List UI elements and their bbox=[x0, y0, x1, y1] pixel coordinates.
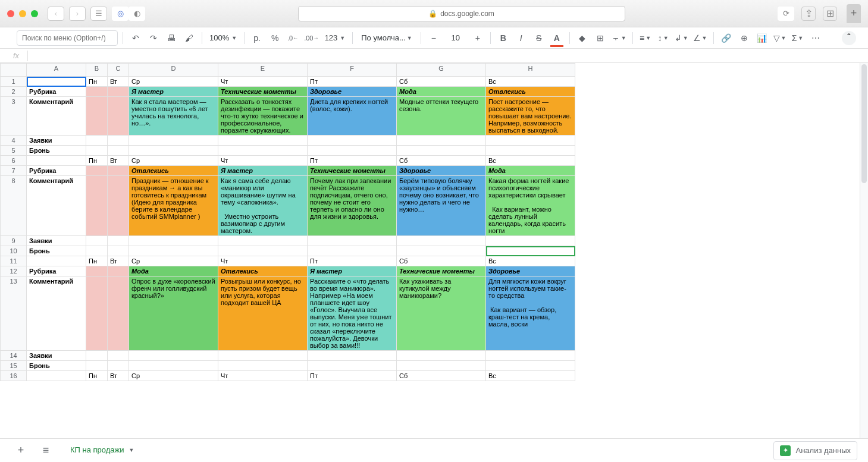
cell[interactable] bbox=[397, 136, 486, 146]
cell[interactable] bbox=[129, 146, 218, 156]
cell[interactable]: Рубрика bbox=[27, 266, 86, 276]
cell[interactable]: Пн bbox=[86, 371, 108, 381]
column-header-F[interactable]: F bbox=[308, 64, 397, 77]
cell[interactable]: Какая форма ногтей какие психологические… bbox=[486, 176, 575, 236]
tabs-button[interactable]: ⊞ bbox=[823, 7, 837, 21]
row-header-12[interactable]: 12 bbox=[1, 266, 27, 276]
zoom-select[interactable]: 100%▼ bbox=[207, 33, 239, 42]
cell[interactable]: Технические моменты bbox=[308, 166, 397, 176]
strikethrough-button[interactable]: S bbox=[531, 30, 547, 46]
text-color-button[interactable]: A bbox=[549, 30, 565, 46]
cell[interactable]: Вт bbox=[108, 77, 129, 87]
increase-decimals-button[interactable]: .00→ bbox=[303, 30, 319, 46]
cell[interactable]: Мода bbox=[397, 87, 486, 97]
font-size-minus[interactable]: − bbox=[426, 30, 441, 46]
cell[interactable]: Мода bbox=[486, 166, 575, 176]
cell[interactable]: Как я сама себе делаю «маникюр или окраш… bbox=[218, 176, 308, 236]
sheet-tab[interactable]: КП на продажи ▼ bbox=[62, 440, 142, 461]
cell[interactable]: Бронь bbox=[27, 361, 86, 371]
cell[interactable]: Праздник — отношение к праздникам → а ка… bbox=[129, 176, 218, 236]
link-button[interactable]: 🔗 bbox=[719, 30, 734, 46]
menu-search-input[interactable] bbox=[17, 30, 118, 46]
cell[interactable] bbox=[218, 236, 308, 246]
cell[interactable] bbox=[486, 361, 575, 371]
merge-cells-button[interactable]: ⫟▼ bbox=[610, 30, 628, 46]
column-header-C[interactable]: C bbox=[108, 64, 129, 77]
cell[interactable]: Здоровье bbox=[486, 266, 575, 276]
cell[interactable]: Вс bbox=[486, 77, 575, 87]
cell[interactable]: Здоровье bbox=[397, 166, 486, 176]
cell[interactable]: Вс bbox=[486, 156, 575, 166]
cell[interactable] bbox=[86, 361, 108, 371]
row-header-6[interactable]: 6 bbox=[1, 156, 27, 166]
cell[interactable]: Ср bbox=[129, 77, 218, 87]
cell[interactable]: Технические моменты bbox=[218, 87, 308, 97]
cell[interactable] bbox=[86, 136, 108, 146]
column-header-B[interactable]: B bbox=[86, 64, 108, 77]
cell[interactable] bbox=[218, 246, 308, 256]
cell[interactable] bbox=[308, 136, 397, 146]
cell[interactable]: Я мастер bbox=[129, 87, 218, 97]
vertical-scrollbar[interactable] bbox=[860, 63, 868, 438]
close-window[interactable] bbox=[7, 10, 14, 17]
cell[interactable] bbox=[486, 146, 575, 156]
cell[interactable]: Я мастер bbox=[218, 166, 308, 176]
cell[interactable]: Чт bbox=[218, 156, 308, 166]
filter-button[interactable]: ▽▼ bbox=[772, 30, 788, 46]
cell[interactable]: Розыгрыш или конкурс, но пусть призом бу… bbox=[218, 276, 308, 351]
cell[interactable]: Пт bbox=[308, 371, 397, 381]
cell[interactable]: Мода bbox=[129, 266, 218, 276]
row-header-11[interactable]: 11 bbox=[1, 256, 27, 266]
italic-button[interactable]: I bbox=[513, 30, 529, 46]
cell[interactable] bbox=[86, 246, 108, 256]
spreadsheet-grid[interactable]: ABCDEFGH1ПнВтСрЧтПтСбВс2РубрикаЯ мастерТ… bbox=[0, 63, 868, 438]
cell[interactable] bbox=[108, 136, 129, 146]
cell[interactable]: Бронь bbox=[27, 246, 86, 256]
cell[interactable]: Ср bbox=[129, 371, 218, 381]
sidebar-button[interactable]: ☰ bbox=[90, 7, 107, 21]
cell[interactable]: Пост настроение — расскажите то, что пов… bbox=[486, 97, 575, 136]
new-tab-button[interactable]: + bbox=[847, 4, 861, 23]
v-align-button[interactable]: ↕▼ bbox=[656, 30, 671, 46]
cell[interactable]: Пт bbox=[308, 156, 397, 166]
cell[interactable]: Модные оттенки текущего сезона. bbox=[397, 97, 486, 136]
cell[interactable]: Рубрика bbox=[27, 166, 86, 176]
cell[interactable]: Заявки bbox=[27, 236, 86, 246]
font-size-plus[interactable]: + bbox=[470, 30, 485, 46]
cell[interactable] bbox=[86, 276, 108, 351]
cell[interactable] bbox=[108, 276, 129, 351]
cell[interactable] bbox=[27, 371, 86, 381]
cell[interactable] bbox=[27, 156, 86, 166]
cell[interactable] bbox=[397, 361, 486, 371]
undo-button[interactable]: ↶ bbox=[128, 30, 143, 46]
cell[interactable]: Опрос в духе «королевский френч или голл… bbox=[129, 276, 218, 351]
cell[interactable] bbox=[486, 351, 575, 361]
cell[interactable] bbox=[397, 246, 486, 256]
cell[interactable] bbox=[86, 351, 108, 361]
cell[interactable] bbox=[108, 236, 129, 246]
cell[interactable] bbox=[218, 146, 308, 156]
reload-button[interactable]: ⟳ bbox=[778, 7, 794, 21]
cell[interactable]: Чт bbox=[218, 371, 308, 381]
cell[interactable]: Комментарий bbox=[27, 176, 86, 236]
cell[interactable] bbox=[129, 246, 218, 256]
cell[interactable] bbox=[86, 97, 108, 136]
cell[interactable] bbox=[308, 361, 397, 371]
column-header-D[interactable]: D bbox=[129, 64, 218, 77]
more-button[interactable]: ⋯ bbox=[808, 30, 823, 46]
cell[interactable]: Сб bbox=[397, 256, 486, 266]
cell[interactable]: Я мастер bbox=[308, 266, 397, 276]
cell[interactable] bbox=[397, 351, 486, 361]
cell[interactable]: Пн bbox=[86, 256, 108, 266]
all-sheets-button[interactable]: ≡ bbox=[37, 442, 55, 460]
wrap-button[interactable]: ↲▼ bbox=[673, 30, 690, 46]
cell[interactable] bbox=[108, 266, 129, 276]
chart-button[interactable]: 📊 bbox=[754, 30, 770, 46]
row-header-16[interactable]: 16 bbox=[1, 371, 27, 381]
decrease-decimals-button[interactable]: .0← bbox=[285, 30, 300, 46]
address-bar[interactable]: 🔒 docs.google.com bbox=[298, 6, 625, 21]
maximize-window[interactable] bbox=[31, 10, 38, 17]
cell[interactable] bbox=[108, 176, 129, 236]
shield-icon[interactable]: ◎ bbox=[112, 7, 129, 21]
fill-color-button[interactable]: ◆ bbox=[575, 30, 590, 46]
